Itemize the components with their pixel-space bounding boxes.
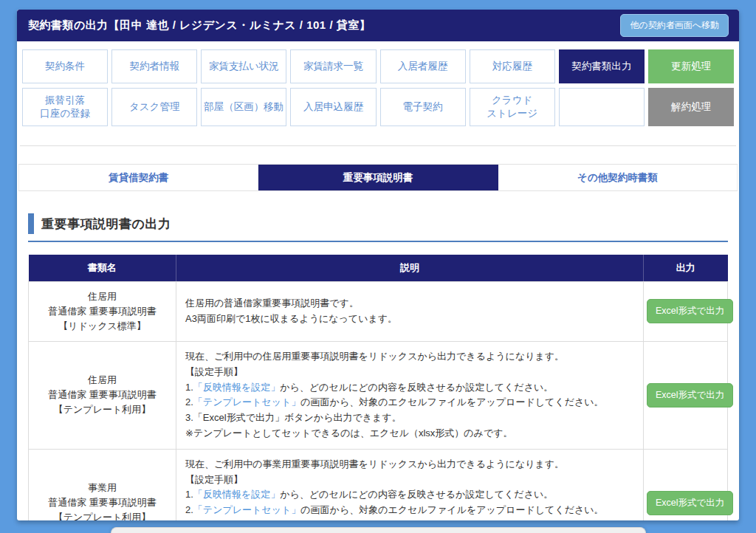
accent-bar [28, 213, 34, 234]
nav-label: 入居申込履歴 [303, 100, 363, 114]
nav-label: 家賃支払い状況 [209, 60, 279, 73]
document-description: 現在、ご利用中の住居用重要事項説明書をリドックスから出力できるようになります。 … [176, 341, 644, 449]
nav-label: 部屋（区画）移動 [204, 100, 284, 114]
desc-text: 3.「Excel形式で出力」ボタンから出力できます。 [185, 518, 634, 520]
excel-output-button[interactable]: Excel形式で出力 [647, 383, 733, 408]
nav-label: 解約処理 [671, 100, 711, 114]
document-name-line: 事業用 [88, 482, 117, 493]
nav-room-move[interactable]: 部屋（区画）移動 [201, 88, 286, 126]
desc-text: 1. [185, 382, 193, 393]
tab-important-matters[interactable]: 重要事項説明書 [258, 165, 498, 190]
document-name-line: 【テンプレート利用】 [54, 512, 151, 520]
table-header-row: 書類名 説明 出力 [29, 255, 728, 281]
document-name-line: 普通借家 重要事項説明書 [48, 306, 157, 317]
nav-cancellation-process[interactable]: 解約処理 [648, 88, 734, 126]
nav-label: 電子契約 [403, 100, 443, 114]
table-row: 事業用 普通借家 重要事項説明書 【テンプレート利用】 現在、ご利用中の事業用重… [29, 449, 728, 520]
nav-label: 対応履歴 [492, 60, 532, 73]
nav-response-history[interactable]: 対応履歴 [470, 49, 555, 83]
document-name-line: 【テンプレート利用】 [54, 404, 151, 415]
nav-rent-payment-status[interactable]: 家賃支払い状況 [201, 49, 286, 83]
output-cell: Excel形式で出力 [644, 449, 728, 520]
document-name: 事業用 普通借家 重要事項説明書 【テンプレート利用】 [29, 449, 176, 520]
nav-move-in-application-history[interactable]: 入居申込履歴 [290, 88, 376, 126]
document-name-line: 【リドックス標準】 [58, 320, 146, 331]
nav-label: 契約書類出力 [571, 60, 631, 73]
desc-text: 2. [185, 504, 193, 515]
desc-text: 2. [185, 396, 193, 408]
nav-resident-history[interactable]: 入居者履歴 [380, 49, 466, 83]
nav-contract-terms[interactable]: 契約条件 [22, 49, 108, 83]
desc-text: 現在、ご利用中の住居用重要事項説明書をリドックスから出力できるようになります。 [185, 349, 634, 365]
tab-other-contract-documents[interactable]: その他契約時書類 [498, 165, 738, 190]
nav-label: 契約者情報 [129, 60, 179, 73]
output-cell: Excel形式で出力 [644, 281, 728, 341]
nav-contract-documents-output[interactable]: 契約書類出力 [559, 49, 645, 83]
nav-cloud-storage[interactable]: クラウド ストレージ [470, 88, 555, 126]
document-name: 住居用 普通借家 重要事項説明書 【リドックス標準】 [29, 281, 176, 341]
nav-contractor-info[interactable]: 契約者情報 [111, 49, 197, 83]
desc-line: 1.「反映情報を設定」から、どのセルにどの内容を反映させるか設定してください。 [185, 487, 634, 503]
reflect-settings-link[interactable]: 「反映情報を設定」 [193, 382, 280, 393]
desc-text: から、どのセルにどの内容を反映させるか設定してください。 [280, 382, 553, 393]
desc-text: 現在、ご利用中の事業用重要事項説明書をリドックスから出力できるようになります。 [185, 457, 634, 472]
nav-task-management[interactable]: タスク管理 [111, 88, 197, 126]
template-set-link[interactable]: 「テンプレートセット」 [193, 396, 300, 408]
desc-line: 2.「テンプレートセット」の画面から、対象のエクセルファイルをアップロードしてく… [185, 503, 634, 518]
next-section-card-peek [111, 527, 646, 533]
nav-empty-cell [559, 88, 645, 126]
document-description: 住居用の普通借家重要事項説明書です。 A3両面印刷で1枚に収まるようになっていま… [176, 281, 644, 341]
nav-label: 更新処理 [671, 60, 711, 73]
nav-label: クラウド ストレージ [487, 94, 537, 120]
page-title: 契約書類の出力【田中 達也 / レジデンス・ルミナス / 101 / 貸室】 [28, 18, 371, 32]
tab-label: 重要事項説明書 [343, 171, 413, 185]
nav-electronic-contract[interactable]: 電子契約 [380, 88, 466, 126]
reflect-settings-link[interactable]: 「反映情報を設定」 [193, 489, 280, 500]
desc-text: の画面から、対象のエクセルファイルをアップロードしてください。 [300, 504, 603, 515]
nav-label: 振替引落 口座の登録 [40, 94, 90, 120]
section-divider [20, 145, 736, 146]
document-tabs: 賃貸借契約書 重要事項説明書 その他契約時書類 [18, 164, 738, 191]
table-row: 住居用 普通借家 重要事項説明書 【リドックス標準】 住居用の普通借家重要事項説… [29, 281, 728, 341]
document-name-line: 普通借家 重要事項説明書 [48, 497, 157, 508]
nav-label: 家賃請求一覧 [303, 60, 363, 73]
document-name-line: 普通借家 重要事項説明書 [48, 389, 157, 400]
output-cell: Excel形式で出力 [644, 341, 728, 449]
desc-text: ※テンプレートとしてセットできるのは、エクセル（xlsx形式）のみです。 [185, 426, 634, 441]
document-name: 住居用 普通借家 重要事項説明書 【テンプレート利用】 [29, 341, 176, 449]
tab-label: 賃貸借契約書 [109, 171, 168, 185]
nav-label: 契約条件 [45, 60, 85, 73]
column-header-output: 出力 [644, 255, 728, 281]
section-header: 重要事項説明書の出力 [28, 213, 728, 242]
tab-lease-agreement[interactable]: 賃貸借契約書 [18, 165, 258, 190]
desc-text: 3.「Excel形式で出力」ボタンから出力できます。 [185, 410, 634, 426]
move-to-other-contractor-button[interactable]: 他の契約者画面へ移動 [620, 14, 729, 37]
excel-output-button[interactable]: Excel形式で出力 [647, 299, 733, 323]
document-description: 現在、ご利用中の事業用重要事項説明書をリドックスから出力できるようになります。 … [176, 449, 644, 520]
desc-text: A3両面印刷で1枚に収まるようになっています。 [185, 312, 634, 327]
nav-renewal-process[interactable]: 更新処理 [648, 49, 734, 83]
desc-text: から、どのセルにどの内容を反映させるか設定してください。 [280, 489, 553, 500]
tab-label: その他契約時書類 [577, 171, 658, 185]
window-titlebar: 契約書類の出力【田中 達也 / レジデンス・ルミナス / 101 / 貸室】 他… [17, 10, 739, 41]
desc-text: 1. [185, 489, 193, 500]
document-name-line: 住居用 [88, 374, 117, 385]
nav-grid: 契約条件 契約者情報 家賃支払い状況 家賃請求一覧 入居者履歴 対応履歴 契約書… [22, 49, 734, 126]
column-header-description: 説明 [176, 255, 644, 281]
desc-line: 2.「テンプレートセット」の画面から、対象のエクセルファイルをアップロードしてく… [185, 395, 634, 410]
desc-text: の画面から、対象のエクセルファイルをアップロードしてください。 [300, 396, 603, 408]
desc-text: 【設定手順】 [185, 472, 634, 488]
column-header-document-name: 書類名 [29, 255, 176, 281]
table-row: 住居用 普通借家 重要事項説明書 【テンプレート利用】 現在、ご利用中の住居用重… [29, 341, 728, 449]
nav-label: 入居者履歴 [398, 60, 448, 73]
template-set-link[interactable]: 「テンプレートセット」 [193, 504, 300, 515]
nav-direct-debit-account[interactable]: 振替引落 口座の登録 [22, 88, 108, 126]
app-background: { "colors": { "frame_blue": "#5B9BDF", "… [0, 0, 756, 533]
desc-text: 住居用の普通借家重要事項説明書です。 [185, 296, 634, 312]
nav-label: タスク管理 [129, 100, 179, 114]
document-name-line: 住居用 [88, 291, 117, 302]
desc-text: 【設定手順】 [185, 365, 634, 380]
main-panel: 契約書類の出力【田中 達也 / レジデンス・ルミナス / 101 / 貸室】 他… [17, 10, 739, 520]
nav-rent-billing-list[interactable]: 家賃請求一覧 [290, 49, 376, 83]
excel-output-button[interactable]: Excel形式で出力 [647, 491, 733, 515]
